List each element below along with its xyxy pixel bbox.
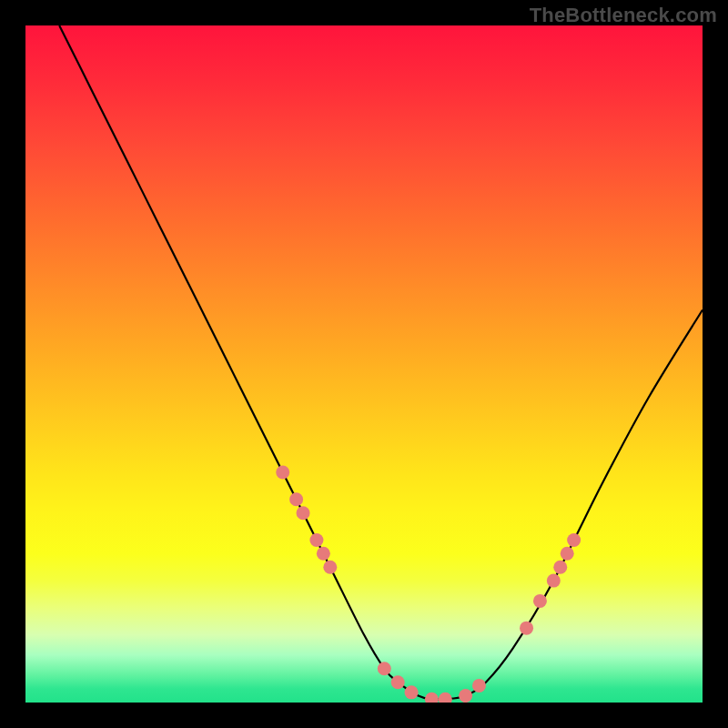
curve-marker-dot	[289, 492, 303, 506]
curve-marker-dot	[425, 693, 439, 703]
curve-marker-dot	[567, 533, 581, 547]
curve-markers	[25, 25, 703, 703]
curve-marker-dot	[378, 662, 391, 675]
curve-marker-dot	[317, 547, 330, 561]
curve-marker-dot	[405, 685, 419, 699]
curve-marker-dot	[472, 679, 486, 693]
watermark-text: TheBottleneck.com	[530, 4, 717, 27]
curve-marker-dot	[561, 547, 574, 561]
plot-area	[25, 25, 703, 703]
curve-marker-dot	[309, 533, 323, 547]
curve-marker-dot	[391, 675, 405, 689]
curve-marker-dot	[533, 594, 547, 608]
curve-marker-dot	[323, 561, 337, 574]
curve-marker-dot	[520, 622, 533, 635]
curve-marker-dot	[439, 693, 452, 703]
curve-marker-dot	[276, 466, 289, 480]
curve-marker-dot	[297, 506, 310, 520]
curve-marker-dot	[547, 574, 561, 588]
curve-marker-dot	[553, 561, 567, 574]
curve-marker-dot	[459, 689, 472, 703]
chart-frame: TheBottleneck.com	[0, 0, 728, 728]
